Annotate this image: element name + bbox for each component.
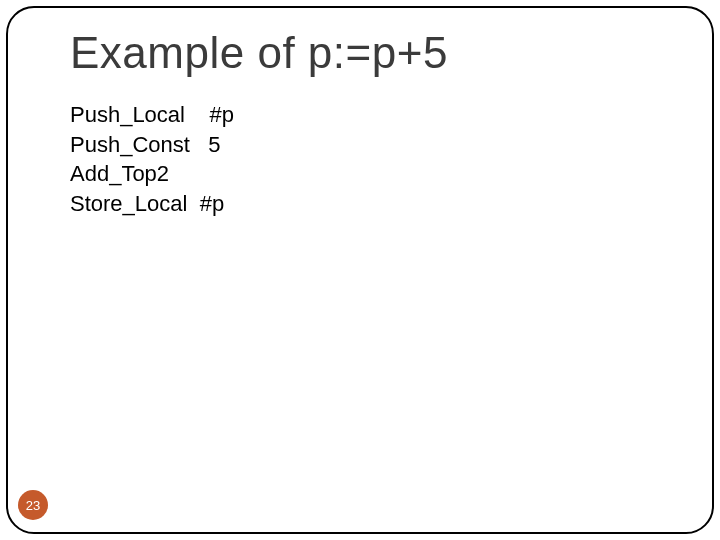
instruction-arg: #p: [200, 191, 224, 216]
instruction-row: Store_Local #p: [70, 189, 234, 219]
slide-title: Example of p:=p+5: [70, 28, 448, 78]
instruction-op: Add_Top2: [70, 161, 169, 186]
page-number-badge: 23: [18, 490, 48, 520]
slide-body: Push_Local #p Push_Const 5 Add_Top2 Stor…: [70, 100, 234, 219]
instruction-op: Store_Local: [70, 191, 187, 216]
instruction-op: Push_Const: [70, 132, 190, 157]
instruction-row: Push_Const 5: [70, 130, 234, 160]
instruction-row: Push_Local #p: [70, 100, 234, 130]
instruction-arg: 5: [208, 132, 220, 157]
instruction-row: Add_Top2: [70, 159, 234, 189]
page-number: 23: [26, 498, 40, 513]
instruction-op: Push_Local: [70, 102, 185, 127]
slide-frame: [6, 6, 714, 534]
instruction-arg: #p: [209, 102, 233, 127]
slide: Example of p:=p+5 Push_Local #p Push_Con…: [0, 0, 720, 540]
